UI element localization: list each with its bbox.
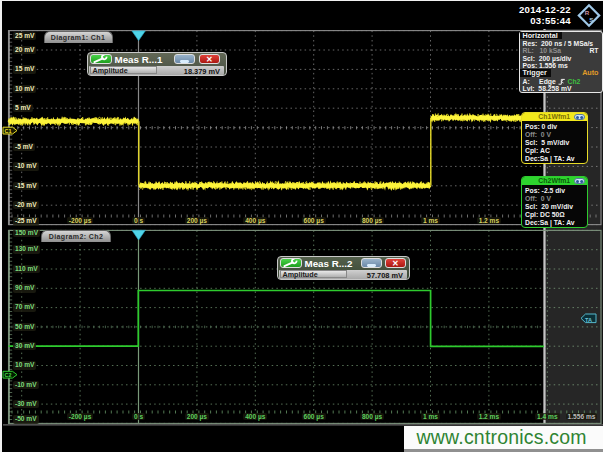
svg-text:C2: C2 [5, 372, 12, 378]
svg-text:C1: C1 [5, 128, 12, 134]
svg-text:S: S [589, 16, 593, 23]
svg-text:TA: TA [585, 317, 592, 323]
svg-text:R: R [585, 9, 590, 16]
